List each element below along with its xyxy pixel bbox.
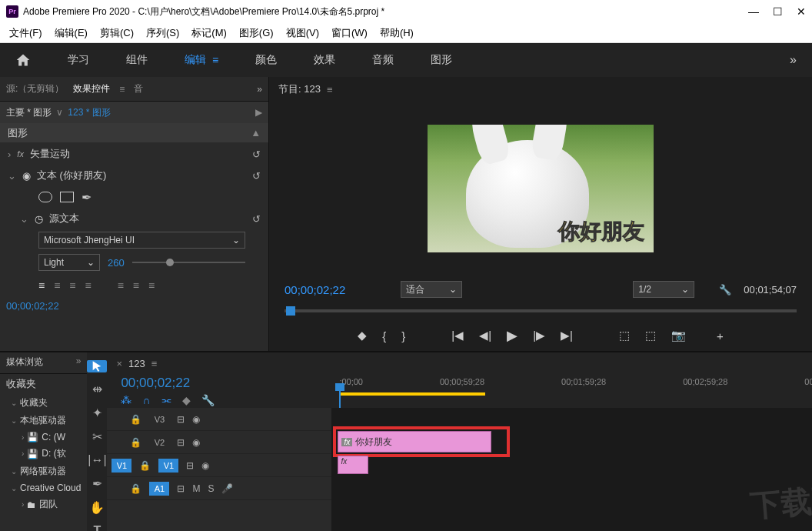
sync-lock-icon[interactable]: ⊟ [186, 460, 194, 471]
mark-in-icon[interactable]: { [382, 329, 386, 342]
marker-icon[interactable]: ◆ [182, 394, 191, 406]
workspace-color[interactable]: 颜色 [255, 53, 277, 67]
align-center-icon[interactable]: ≡ [54, 279, 60, 292]
reset-icon[interactable]: ↺ [252, 149, 261, 160]
panel-menu-icon[interactable]: ≡ [327, 84, 333, 95]
rect-mask-icon[interactable] [60, 192, 74, 202]
track-a1[interactable]: 🔒 A1 ⊟ M S 🎤 [107, 477, 331, 500]
align-left-icon[interactable]: ≡ [38, 279, 45, 292]
play-icon[interactable]: ▶ [507, 327, 517, 344]
tree-drive-d[interactable]: ›💾 D: (软 [0, 445, 87, 463]
wrench-icon[interactable]: 🔧 [719, 284, 731, 296]
stopwatch-icon[interactable]: ◷ [35, 213, 43, 225]
step-back-icon[interactable]: ◀| [479, 329, 491, 342]
workspace-audio[interactable]: 音频 [372, 53, 394, 67]
section-graphics[interactable]: 图形 ▲ [0, 123, 268, 143]
tabs-overflow[interactable]: » [257, 84, 262, 95]
workspace-editing[interactable]: 编辑 [185, 53, 206, 67]
sync-lock-icon[interactable]: ⊟ [177, 414, 185, 425]
workspace-assembly[interactable]: 组件 [126, 53, 148, 67]
effect-source-text[interactable]: ⌄ ◷ 源文本 ↺ [0, 208, 268, 229]
close-tab-icon[interactable]: × [116, 358, 122, 369]
close-button[interactable]: ✕ [797, 5, 806, 18]
ripple-edit-tool-icon[interactable]: ✦ [87, 406, 107, 420]
zoom-select[interactable]: 1/2⌄ [633, 281, 694, 298]
eye-icon[interactable]: ◉ [192, 414, 206, 425]
font-family-select[interactable]: Microsoft JhengHei UI ⌄ [38, 232, 245, 249]
tree-local-drives[interactable]: ⌄本地驱动器 [0, 412, 87, 429]
workspace-overflow[interactable]: » [790, 53, 797, 67]
breadcrumb-clip[interactable]: 123 * 图形 [68, 106, 110, 119]
tree-team[interactable]: ›🖿 团队 [0, 496, 87, 513]
hand-tool-icon[interactable]: ✋ [87, 500, 107, 515]
browser-header[interactable]: 媒体浏览 » [0, 352, 87, 374]
workspace-graphics[interactable]: 图形 [431, 53, 452, 67]
tab-source[interactable]: 源:（无剪辑） [6, 82, 64, 95]
video-frame[interactable]: 你好朋友 [428, 125, 654, 252]
clip-text-layer[interactable]: fx 你好朋友 [338, 431, 491, 453]
align-justify-last-left-icon[interactable]: ≡ [118, 279, 124, 292]
breadcrumb-master[interactable]: 主要 * 图形 [6, 106, 52, 119]
breadcrumb-arrow-icon[interactable]: ▶ [255, 107, 262, 118]
track-v3[interactable]: 🔒 V3 ⊟ ◉ [107, 408, 331, 431]
reset-icon[interactable]: ↺ [252, 170, 261, 182]
eye-icon[interactable]: ◉ [192, 437, 206, 448]
settings-icon[interactable]: 🔧 [201, 394, 215, 406]
insert-mode-icon[interactable]: ⁂ [121, 394, 131, 406]
tree-network[interactable]: ⌄网络驱动器 [0, 463, 87, 480]
align-justify-icon[interactable]: ≡ [85, 279, 92, 292]
menu-marker[interactable]: 标记(M) [187, 25, 231, 42]
lift-icon[interactable]: ⬚ [619, 329, 630, 342]
slip-tool-icon[interactable]: |↔| [87, 453, 107, 467]
eye-icon[interactable]: ◉ [22, 170, 31, 182]
timeline-timecode[interactable]: 00;00;02;22 [116, 374, 331, 392]
fit-select[interactable]: 适合⌄ [401, 281, 462, 298]
effect-vector-motion[interactable]: › fx 矢量运动 ↺ [0, 143, 268, 165]
align-justify-last-center-icon[interactable]: ≡ [133, 279, 139, 292]
lock-icon[interactable]: 🔒 [130, 437, 141, 448]
extract-icon[interactable]: ⬚ [645, 329, 656, 342]
workspace-effects[interactable]: 效果 [314, 53, 335, 67]
tree-drive-c[interactable]: ›💾 C: (W [0, 429, 87, 445]
track-content-area[interactable]: fx 你好朋友 fx 下载吧 [331, 408, 812, 531]
playhead-icon[interactable] [286, 306, 295, 316]
menu-file[interactable]: 文件(F) [5, 25, 47, 42]
export-frame-icon[interactable]: 📷 [671, 329, 686, 342]
pen-mask-icon[interactable]: ✒ [82, 190, 92, 205]
tree-favorites[interactable]: ⌄收藏夹 [0, 394, 87, 412]
minimize-button[interactable]: — [748, 5, 759, 18]
go-to-out-icon[interactable]: ▶| [561, 329, 573, 342]
tab-audio[interactable]: 音 [134, 82, 143, 95]
ellipse-mask-icon[interactable] [38, 192, 52, 202]
tree-creative-cloud[interactable]: ⌄Creative Cloud [0, 480, 87, 496]
menu-sequence[interactable]: 序列(S) [141, 25, 184, 42]
workspace-menu-icon[interactable]: ≡ [212, 54, 218, 66]
snap-icon[interactable]: ∩ [142, 394, 150, 406]
font-size-value[interactable]: 260 [108, 257, 125, 269]
menu-help[interactable]: 帮助(H) [375, 25, 418, 42]
mark-out-icon[interactable]: } [401, 329, 405, 342]
lock-icon[interactable]: 🔒 [130, 483, 141, 494]
align-right-icon[interactable]: ≡ [69, 279, 75, 292]
tab-effect-controls[interactable]: 效果控件 [73, 82, 110, 95]
go-to-in-icon[interactable]: |◀ [451, 329, 464, 342]
solo-button[interactable]: S [208, 483, 214, 494]
voice-over-icon[interactable]: 🎤 [221, 483, 233, 494]
menu-view[interactable]: 视图(V) [281, 25, 324, 42]
pen-tool-icon[interactable]: ✒ [87, 476, 107, 491]
lock-icon[interactable]: 🔒 [130, 414, 141, 425]
track-v1[interactable]: V1 🔒 V1 ⊟ ◉ [107, 454, 331, 477]
track-v2[interactable]: 🔒 V2 ⊟ ◉ [107, 431, 331, 454]
home-icon[interactable] [15, 52, 31, 68]
button-editor-icon[interactable]: + [717, 329, 724, 342]
menu-window[interactable]: 窗口(W) [327, 25, 372, 42]
font-weight-select[interactable]: Light ⌄ [38, 254, 100, 271]
linked-selection-icon[interactable]: ⫘ [161, 394, 171, 406]
type-tool-icon[interactable]: T [87, 524, 107, 531]
program-timecode[interactable]: 00;00;02;22 [285, 283, 345, 296]
clip-video[interactable]: fx [338, 456, 368, 474]
lock-icon[interactable]: 🔒 [139, 460, 151, 471]
maximize-button[interactable]: ☐ [773, 5, 783, 18]
panel-menu-icon[interactable]: ≡ [151, 358, 158, 369]
mute-button[interactable]: M [192, 483, 200, 494]
